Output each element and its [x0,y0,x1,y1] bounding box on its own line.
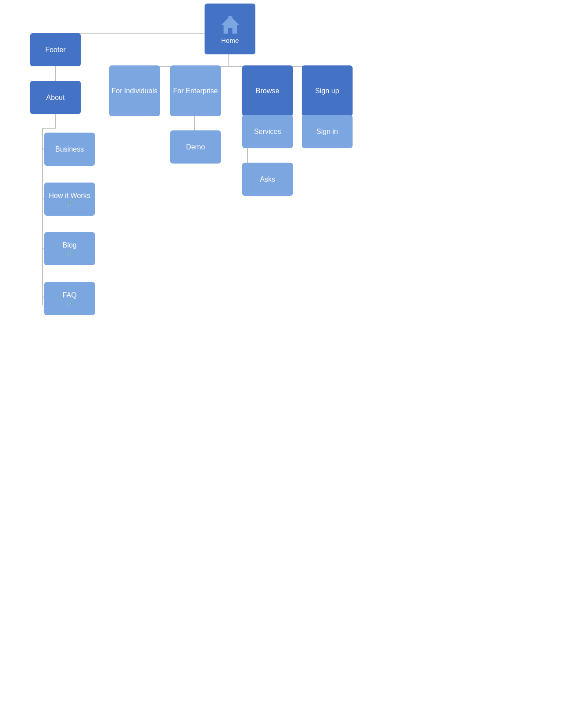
home-label: Home [221,37,239,44]
for-individuals-label: For Individuals [111,87,157,95]
sign-in-node[interactable]: Sign in [302,115,353,148]
home-icon-container: Home [219,14,241,44]
footer-node[interactable]: Footer [30,33,81,66]
blog-content: Blog 🔗 [62,241,76,256]
business-label: Business [55,145,84,153]
blog-label: Blog [62,241,76,249]
services-label: Services [254,128,281,136]
link-icon-faq: 🔗 [66,299,73,306]
business-node[interactable]: Business [44,133,95,166]
home-node[interactable]: Home [205,4,255,54]
svg-rect-29 [228,16,232,21]
footer-label: Footer [45,46,65,54]
about-node[interactable]: About [30,81,81,114]
browse-label: Browse [256,87,279,95]
faq-label: FAQ [62,291,76,299]
sign-up-node[interactable]: Sign up [302,65,353,116]
about-label: About [46,94,65,102]
asks-node[interactable]: Asks [242,163,293,196]
faq-content: FAQ 🔗 [62,291,76,306]
house-icon [219,14,241,36]
faq-node[interactable]: FAQ 🔗 [44,282,95,315]
sign-in-label: Sign in [316,128,338,136]
sign-up-label: Sign up [315,87,339,95]
link-icon-blog: 🔗 [66,249,73,256]
link-icon-how: 🔗 [66,200,73,207]
asks-label: Asks [260,175,275,183]
for-enterprise-node[interactable]: For Enterprise [170,65,221,116]
how-it-works-label: How it Works [49,192,91,200]
how-it-works-content: How it Works 🔗 [49,192,91,207]
for-individuals-node[interactable]: For Individuals [109,65,160,116]
blog-node[interactable]: Blog 🔗 [44,232,95,265]
services-node[interactable]: Services [242,115,293,148]
how-it-works-node[interactable]: How it Works 🔗 [44,183,95,216]
for-enterprise-label: For Enterprise [173,87,218,95]
demo-label: Demo [186,143,205,151]
site-map: Home Footer About Business How it Works … [0,0,562,354]
browse-node[interactable]: Browse [242,65,293,116]
demo-node[interactable]: Demo [170,130,221,164]
